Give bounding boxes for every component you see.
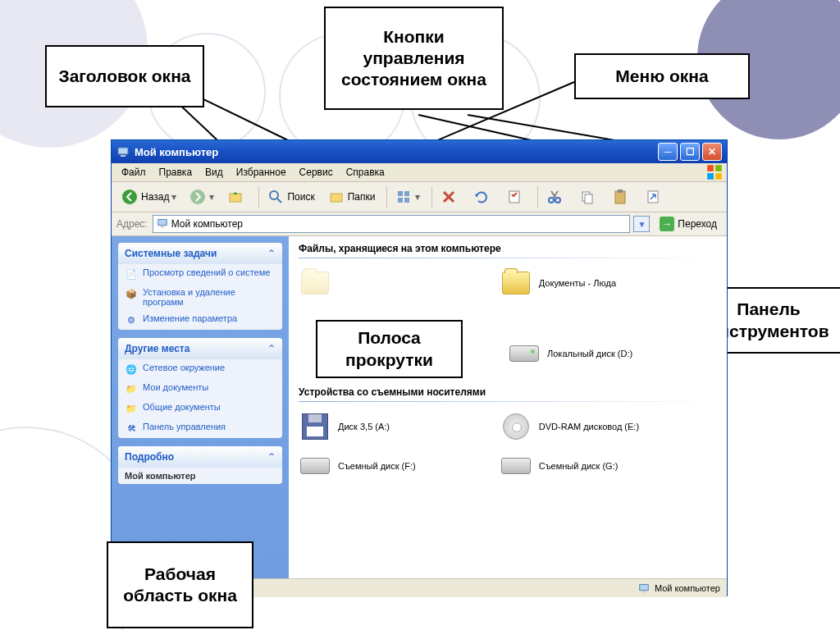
place-shared-docs[interactable]: 📁Общие документы: [118, 399, 282, 418]
status-text: Мой компьютер: [655, 583, 720, 593]
svg-rect-22: [404, 191, 409, 196]
info-icon: 📄: [125, 267, 138, 281]
folders-button[interactable]: Папки: [323, 186, 381, 208]
properties-icon: [506, 189, 523, 205]
up-button[interactable]: [222, 186, 252, 208]
collapse-icon: ⌃: [267, 343, 276, 354]
label-titlebar: Заголовок окна: [45, 45, 204, 107]
forward-icon: [189, 189, 206, 205]
drive-d[interactable]: Локальный диск (D:): [508, 334, 709, 373]
task-system-info[interactable]: 📄Просмотр сведений о системе: [118, 264, 282, 284]
folder-item-docs-lyuda[interactable]: Документы - Люда: [500, 263, 701, 303]
detail-text: Мой компьютер: [118, 468, 282, 484]
svg-rect-36: [641, 591, 646, 593]
go-arrow-icon: →: [660, 217, 674, 231]
svg-rect-12: [715, 165, 722, 171]
search-icon: [267, 189, 284, 205]
svg-rect-13: [707, 173, 714, 180]
address-value: Мой компьютер: [171, 218, 243, 230]
panel-header[interactable]: Другие места⌃: [118, 338, 282, 359]
copy-button[interactable]: [574, 186, 604, 208]
svg-rect-24: [404, 198, 409, 203]
back-icon: [121, 189, 138, 205]
svg-rect-10: [121, 155, 126, 157]
title-bar[interactable]: Мой компьютер ─ ☐ ✕: [112, 140, 727, 163]
svg-rect-17: [230, 194, 241, 202]
hard-drive-icon: [508, 337, 541, 370]
undo-icon: [473, 189, 490, 205]
computer-icon: [157, 217, 168, 231]
menu-bar: Файл Правка Вид Избранное Сервис Справка: [112, 163, 727, 182]
place-control-panel[interactable]: 🛠Панель управления: [118, 418, 282, 438]
svg-point-15: [122, 189, 137, 204]
disc-icon: [500, 410, 532, 443]
svg-rect-35: [640, 585, 649, 591]
properties-button[interactable]: [501, 186, 531, 208]
back-button[interactable]: Назад ▾: [116, 186, 181, 208]
views-button[interactable]: ▾: [390, 186, 425, 208]
place-my-docs[interactable]: 📁Мои документы: [118, 379, 282, 399]
undo-button[interactable]: [468, 186, 498, 208]
address-dropdown[interactable]: ▼: [633, 216, 650, 232]
removable-drive-icon: [299, 450, 331, 482]
delete-icon: [441, 189, 457, 205]
group-header-removable: Устройства со съемными носителями: [289, 380, 727, 401]
cut-icon: [546, 189, 563, 205]
group-header-files: Файлы, хранящиеся на этом компьютере: [289, 236, 727, 258]
network-icon: 🌐: [125, 363, 138, 376]
window-body: Системные задачи⌃ 📄Просмотр сведений о с…: [112, 236, 727, 578]
drive-a-floppy[interactable]: Диск 3,5 (A:): [299, 407, 500, 446]
drive-e-dvd[interactable]: DVD-RAM дисковод (E:): [500, 407, 701, 446]
label-window-controls: Кнопки управления состоянием окна: [324, 7, 504, 110]
views-icon: [395, 189, 412, 205]
task-change-setting[interactable]: ⚙Изменение параметра: [118, 310, 282, 330]
folder-item[interactable]: [299, 263, 500, 303]
drive-f-removable[interactable]: Съемный диск (F:): [299, 446, 500, 486]
group-separator: [299, 401, 717, 402]
panel-header[interactable]: Подробно⌃: [118, 446, 282, 468]
toolbar: Назад ▾ ▾ Поиск Папки ▾: [112, 182, 727, 212]
drive-g-removable[interactable]: Съемный диск (G:): [500, 446, 701, 486]
task-add-remove[interactable]: 📦Установка и удаление программ: [118, 284, 282, 310]
label-scrollbar: Полоса прокрутки: [316, 320, 463, 378]
place-network[interactable]: 🌐Сетевое окружение: [118, 359, 282, 379]
toolbar-separator: [258, 186, 259, 208]
svg-rect-29: [585, 194, 592, 203]
computer-icon: [638, 582, 650, 594]
menu-tools[interactable]: Сервис: [293, 165, 340, 180]
go-button[interactable]: → Переход: [655, 215, 722, 233]
paste-button[interactable]: [607, 186, 637, 208]
removable-drive-icon: [500, 450, 532, 482]
menu-view[interactable]: Вид: [199, 165, 230, 180]
folders-icon: [328, 189, 345, 205]
floppy-icon: [299, 410, 331, 443]
close-button[interactable]: ✕: [702, 143, 722, 161]
label-workarea: Рабочая область окна: [107, 541, 253, 628]
shortcut-button[interactable]: [640, 186, 669, 208]
computer-icon: [116, 145, 130, 158]
chevron-down-icon: ▼: [637, 220, 646, 229]
address-bar: Адрес: Мой компьютер ▼ → Переход: [112, 212, 727, 236]
cut-button[interactable]: [541, 186, 571, 208]
window-title: Мой компьютер: [135, 146, 655, 158]
svg-rect-14: [715, 173, 722, 180]
dropdown-arrow-icon: ▾: [171, 191, 176, 203]
menu-file[interactable]: Файл: [115, 165, 153, 180]
panel-header[interactable]: Системные задачи⌃: [118, 243, 282, 264]
menu-help[interactable]: Справка: [340, 165, 391, 180]
menu-favorites[interactable]: Избранное: [230, 165, 293, 180]
svg-point-18: [270, 191, 278, 199]
delete-button[interactable]: [436, 186, 465, 208]
diagram-canvas: Заголовок окна Кнопки управления состоян…: [0, 0, 840, 630]
maximize-button[interactable]: ☐: [680, 143, 700, 161]
address-field[interactable]: Мой компьютер: [153, 215, 631, 233]
folder-up-icon: [227, 189, 244, 205]
menu-edit[interactable]: Правка: [153, 165, 199, 180]
minimize-button[interactable]: ─: [658, 143, 678, 161]
forward-button[interactable]: ▾: [185, 186, 219, 208]
svg-rect-33: [158, 219, 167, 225]
search-button[interactable]: Поиск: [262, 186, 319, 208]
svg-rect-9: [118, 148, 128, 154]
svg-rect-34: [160, 226, 164, 227]
address-label: Адрес:: [116, 218, 148, 230]
